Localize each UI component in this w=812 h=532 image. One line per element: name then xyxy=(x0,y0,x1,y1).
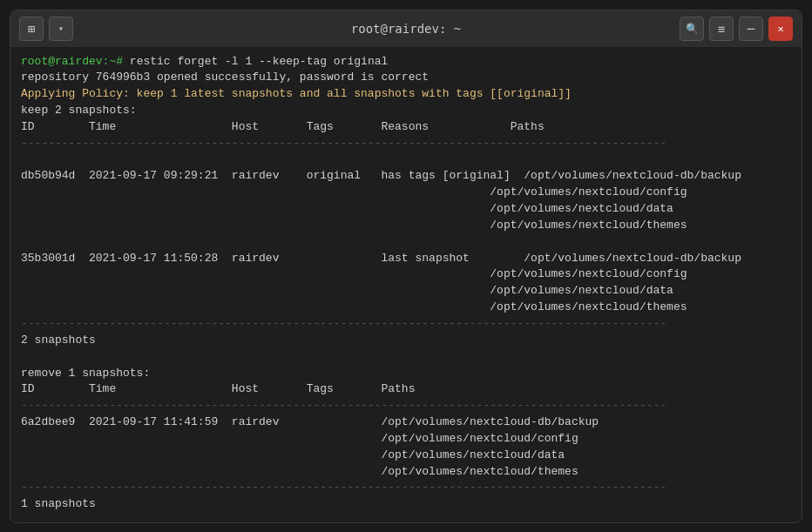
row-1-line-2: /opt/volumes/nextcloud/config xyxy=(21,185,791,201)
terminal-window: ⊞ ▾ root@rairdev: ~ 🔍 ≡ ─ ✕ root@rairdev… xyxy=(10,10,802,523)
row-1-line-4: /opt/volumes/nextcloud/themes xyxy=(21,218,791,234)
separator-3: ----------------------------------------… xyxy=(21,398,791,414)
title-bar-right: 🔍 ≡ ─ ✕ xyxy=(680,17,793,41)
blank-4 xyxy=(21,513,791,522)
search-button[interactable]: 🔍 xyxy=(680,17,704,41)
row-1-line-1: db50b94d 2021-09-17 09:29:21 rairdev ori… xyxy=(21,168,791,185)
menu-button[interactable]: ≡ xyxy=(709,17,734,41)
row-3-line-1: 6a2dbee9 2021-09-17 11:41:59 rairdev /op… xyxy=(21,414,791,431)
row-2-line-1: 35b3001d 2021-09-17 11:50:28 rairdev las… xyxy=(21,251,791,267)
search-icon: 🔍 xyxy=(686,23,699,35)
terminal-content[interactable]: root@rairdev:~# restic forget -l 1 --kee… xyxy=(10,47,802,522)
table-header-2: ID Time Host Tags Paths xyxy=(21,381,791,398)
output-line-1: repository 764996b3 opened successfully,… xyxy=(21,70,791,86)
row-2-line-2: /opt/volumes/nextcloud/config xyxy=(21,266,791,283)
blank-2 xyxy=(21,234,791,251)
table-header-1: ID Time Host Tags Reasons Paths xyxy=(21,119,791,136)
window-title: root@rairdev: ~ xyxy=(351,22,461,36)
title-bar-left: ⊞ ▾ xyxy=(19,17,73,41)
close-button[interactable]: ✕ xyxy=(768,17,793,41)
minimize-icon: ─ xyxy=(748,22,754,36)
blank-3 xyxy=(21,349,791,366)
remove-count: 1 snapshots xyxy=(21,496,791,513)
row-1-line-3: /opt/volumes/nextcloud/data xyxy=(21,201,791,218)
output-line-2: Applying Policy: keep 1 latest snapshots… xyxy=(21,86,791,103)
menu-icon: ≡ xyxy=(718,22,725,36)
row-3-line-4: /opt/volumes/nextcloud/themes xyxy=(21,464,791,481)
row-3-line-3: /opt/volumes/nextcloud/data xyxy=(21,448,791,464)
title-bar: ⊞ ▾ root@rairdev: ~ 🔍 ≡ ─ ✕ xyxy=(10,10,802,47)
dropdown-button[interactable]: ▾ xyxy=(49,17,73,41)
row-3-line-2: /opt/volumes/nextcloud/config xyxy=(21,431,791,448)
output-line-3: keep 2 snapshots: xyxy=(21,103,791,119)
new-tab-button[interactable]: ⊞ xyxy=(19,17,44,41)
minimize-button[interactable]: ─ xyxy=(739,17,763,41)
dropdown-icon: ▾ xyxy=(58,24,64,33)
separator-1: ----------------------------------------… xyxy=(21,136,791,152)
row-2-line-3: /opt/volumes/nextcloud/data xyxy=(21,283,791,300)
close-icon: ✕ xyxy=(777,23,783,35)
remove-header: remove 1 snapshots: xyxy=(21,366,791,382)
separator-2: ----------------------------------------… xyxy=(21,316,791,333)
keep-count: 2 snapshots xyxy=(21,333,791,349)
blank-1 xyxy=(21,152,791,169)
new-tab-icon: ⊞ xyxy=(28,22,35,36)
row-2-line-4: /opt/volumes/nextcloud/themes xyxy=(21,300,791,316)
cmd-line-1: root@rairdev:~# restic forget -l 1 --kee… xyxy=(21,54,791,71)
separator-4: ----------------------------------------… xyxy=(21,480,791,496)
